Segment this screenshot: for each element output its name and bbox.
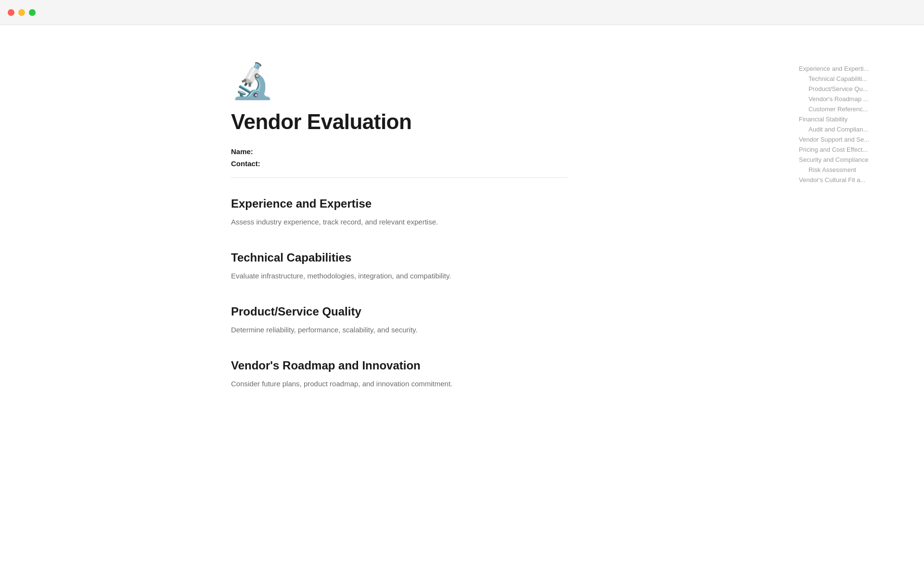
page-title: Vendor Evaluation: [231, 110, 568, 134]
section-desc-technical: Evaluate infrastructure, methodologies, …: [231, 270, 568, 282]
section-title-technical: Technical Capabilities: [231, 251, 568, 264]
meta-field-contact: Contact:: [231, 159, 568, 168]
section-divider: [231, 177, 568, 178]
toc-item[interactable]: Vendor's Roadmap ...: [799, 94, 914, 104]
toc-item[interactable]: Financial Stability: [799, 114, 914, 124]
section-desc-quality: Determine reliability, performance, scal…: [231, 324, 568, 336]
toc-item[interactable]: Audit and Complian...: [799, 124, 914, 134]
page-icon: 🔬: [231, 64, 568, 98]
toc-item[interactable]: Technical Capabiliti...: [799, 74, 914, 84]
meta-label-contact: Contact:: [231, 159, 260, 168]
toc-item[interactable]: Product/Service Qu...: [799, 84, 914, 94]
toc-item[interactable]: Vendor's Cultural Fit a...: [799, 175, 914, 185]
toc-item[interactable]: Customer Referenc...: [799, 104, 914, 114]
content-area: 🔬 Vendor Evaluation Name: Contact: Exper…: [0, 25, 799, 578]
section-title-roadmap: Vendor's Roadmap and Innovation: [231, 359, 568, 372]
maximize-button[interactable]: [29, 9, 36, 16]
toc-item[interactable]: Vendor Support and Se...: [799, 134, 914, 144]
section-quality: Product/Service Quality Determine reliab…: [231, 305, 568, 336]
meta-field-name: Name:: [231, 147, 568, 156]
section-desc-experience: Assess industry experience, track record…: [231, 216, 568, 228]
section-desc-roadmap: Consider future plans, product roadmap, …: [231, 378, 568, 390]
section-title-experience: Experience and Expertise: [231, 197, 568, 210]
content-inner: 🔬 Vendor Evaluation Name: Contact: Exper…: [231, 64, 568, 539]
main-wrapper: 🔬 Vendor Evaluation Name: Contact: Exper…: [0, 0, 924, 578]
toc-sidebar: Experience and Experti...Technical Capab…: [799, 25, 924, 578]
section-roadmap: Vendor's Roadmap and Innovation Consider…: [231, 359, 568, 390]
section-title-quality: Product/Service Quality: [231, 305, 568, 318]
window-chrome: [0, 0, 924, 25]
section-experience: Experience and Expertise Assess industry…: [231, 197, 568, 228]
toc-item[interactable]: Experience and Experti...: [799, 64, 914, 74]
close-button[interactable]: [8, 9, 14, 16]
toc-item[interactable]: Security and Compliance: [799, 155, 914, 165]
meta-label-name: Name:: [231, 147, 253, 156]
section-technical: Technical Capabilities Evaluate infrastr…: [231, 251, 568, 282]
toc-item[interactable]: Pricing and Cost Effect...: [799, 144, 914, 155]
toc-item[interactable]: Risk Assessment: [799, 165, 914, 175]
minimize-button[interactable]: [18, 9, 25, 16]
traffic-lights: [8, 9, 36, 16]
